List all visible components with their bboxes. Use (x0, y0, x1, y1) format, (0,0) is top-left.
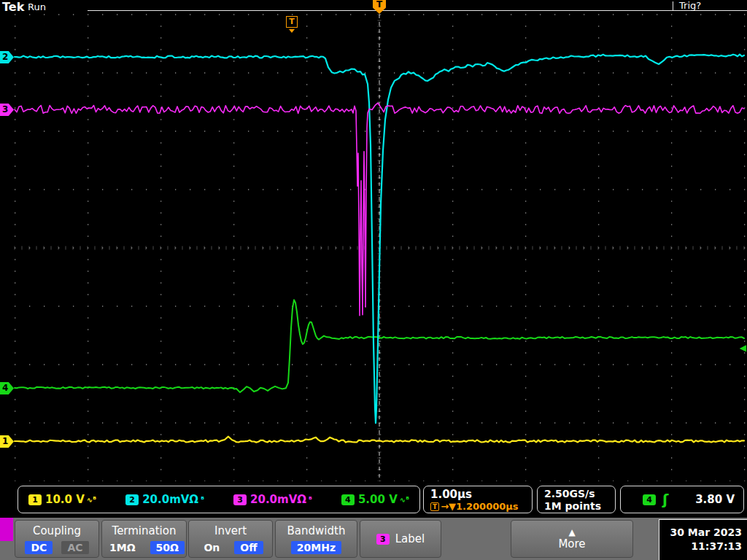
ch1-scale: 10.0 V (45, 493, 85, 506)
ch1-readout: 1 10.0 V ∿ᴮ (28, 493, 96, 506)
invert-title: Invert (189, 524, 272, 537)
acquisition-readout-box: 2.50GS/s 1M points (537, 486, 616, 513)
invert-on-toggle[interactable]: On (198, 541, 225, 554)
trigger-level: 3.80 V (695, 493, 735, 506)
ch4-scale: 5.00 V (358, 493, 398, 506)
ch3-scale: 20.0mVΩ (250, 493, 306, 506)
ch4-badge: 4 (341, 494, 355, 505)
acquisition-status: Run (28, 1, 46, 12)
bandwidth-button[interactable]: Bandwidth 20MHz (275, 520, 357, 558)
termination-50ohm-toggle[interactable]: 50Ω (150, 541, 185, 554)
ch1-badge: 1 (28, 494, 42, 505)
label-text: Label (395, 532, 425, 545)
invert-off-toggle[interactable]: Off (234, 541, 263, 554)
ch2-scale: 20.0mVΩ (142, 493, 198, 506)
sample-rate: 2.50GS/s (544, 488, 608, 500)
ch3-badge: 3 (233, 494, 247, 505)
tek-logo: Tek (2, 0, 24, 14)
delay-readout: T →▼1.200000µs (430, 501, 525, 512)
label-button[interactable]: 3 Label (360, 520, 441, 558)
ch2-readout: 2 20.0mVΩ ᴮ (125, 493, 204, 506)
label-channel-badge: 3 (376, 534, 390, 545)
termination-1m-toggle[interactable]: 1MΩ (104, 541, 142, 554)
channel-scales-box: 1 10.0 V ∿ᴮ 2 20.0mVΩ ᴮ 3 20.0mVΩ ᴮ 4 5.… (18, 486, 420, 513)
datetime-box: 30 Mar 2023 11:37:13 (659, 519, 747, 560)
trigger-point-marker-icon: T (286, 16, 298, 28)
ch4-readout: 4 5.00 V ∿ᴮ (341, 493, 409, 506)
readout-bar: 1 10.0 V ∿ᴮ 2 20.0mVΩ ᴮ 3 20.0mVΩ ᴮ 4 5.… (0, 481, 747, 518)
trigger-status-divider (673, 1, 673, 10)
softkey-menu-bar: Coupling DC AC Termination 1MΩ 50Ω Inver… (0, 518, 747, 560)
time-scale: 1.00µs (430, 488, 525, 501)
graticule-and-waveforms (0, 0, 747, 560)
coupling-dc-toggle[interactable]: DC (25, 541, 53, 554)
ch4-flags-icon: ∿ᴮ (400, 496, 409, 504)
termination-title: Termination (102, 524, 186, 537)
horizontal-readout-box: 1.00µs T →▼1.200000µs (423, 486, 533, 513)
time-display: 11:37:13 (659, 540, 742, 553)
ch3-readout: 3 20.0mVΩ ᴮ (233, 493, 312, 506)
active-channel-indicator (0, 518, 13, 541)
trigger-status: Trig? (679, 0, 701, 11)
top-divider (88, 10, 747, 11)
more-text: More (558, 537, 585, 551)
trigger-slope-icon: ʃ (662, 492, 668, 507)
coupling-button[interactable]: Coupling DC AC (15, 520, 99, 558)
trigger-level-arrow-icon: ◀ (740, 343, 746, 352)
more-button[interactable]: ▲ More (511, 520, 633, 558)
bandwidth-title: Bandwidth (276, 524, 357, 537)
record-length: 1M points (544, 500, 608, 513)
trigger-point-arrow-icon (289, 29, 295, 33)
trigger-source-badge: 4 (643, 494, 656, 505)
ch2-flags-icon: ᴮ (201, 496, 204, 504)
oscilloscope-screen: Tek Run Trig? T T ◀ 2 3 4 1 1 10.0 V ∿ᴮ … (0, 0, 747, 560)
delay-t-icon: T (430, 502, 439, 511)
ch1-flags-icon: ∿ᴮ (87, 496, 96, 504)
invert-button[interactable]: Invert On Off (188, 520, 273, 558)
ch3-flags-icon: ᴮ (309, 496, 312, 504)
trigger-readout-box: 4 ʃ 3.80 V (620, 486, 744, 513)
coupling-title: Coupling (15, 524, 98, 537)
date-display: 30 Mar 2023 (659, 526, 742, 540)
coupling-ac-toggle[interactable]: AC (61, 541, 88, 554)
more-up-arrow-icon: ▲ (568, 528, 575, 537)
ch2-badge: 2 (125, 494, 139, 505)
termination-button[interactable]: Termination 1MΩ 50Ω (101, 520, 187, 558)
bandwidth-value-toggle[interactable]: 20MHz (291, 541, 341, 554)
delay-value: →▼1.200000µs (441, 501, 518, 512)
